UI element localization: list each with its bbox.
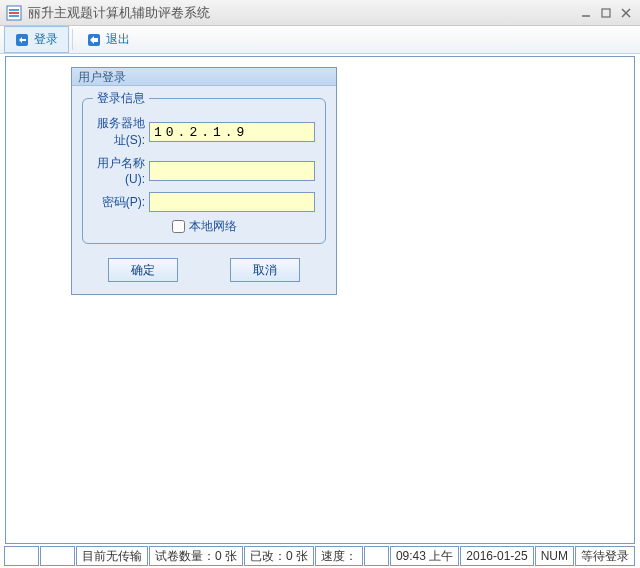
- toolbar-exit-button[interactable]: 退出: [76, 26, 141, 53]
- ok-button[interactable]: 确定: [108, 258, 178, 282]
- local-network-label[interactable]: 本地网络: [172, 218, 237, 235]
- username-input[interactable]: [149, 161, 315, 181]
- local-network-text: 本地网络: [189, 218, 237, 235]
- dialog-buttons: 确定 取消: [82, 258, 326, 282]
- local-network-row: 本地网络: [93, 218, 315, 235]
- toolbar-login-label: 登录: [34, 31, 58, 48]
- close-button[interactable]: [616, 5, 636, 21]
- login-dialog: 用户登录 登录信息 服务器地址(S): 用户名称(U): 密码(P):: [71, 67, 337, 295]
- title-bar: 丽升主观题计算机辅助评卷系统: [0, 0, 640, 26]
- toolbar-exit-label: 退出: [106, 31, 130, 48]
- username-row: 用户名称(U):: [93, 155, 315, 186]
- exit-icon: [87, 33, 101, 47]
- login-info-group: 登录信息 服务器地址(S): 用户名称(U): 密码(P): 本地网络: [82, 98, 326, 244]
- status-bar: 目前无传输 试卷数量：0 张 已改：0 张 速度： 09:43 上午 2016-…: [0, 546, 640, 568]
- dialog-title: 用户登录: [72, 68, 336, 86]
- dialog-body: 登录信息 服务器地址(S): 用户名称(U): 密码(P): 本地网络: [72, 86, 336, 294]
- status-count: 试卷数量：0 张: [149, 546, 243, 566]
- toolbar-login-button[interactable]: 登录: [4, 26, 69, 53]
- status-pad-1: [4, 546, 39, 566]
- svg-rect-2: [602, 9, 610, 17]
- maximize-button[interactable]: [596, 5, 616, 21]
- status-transfer: 目前无传输: [76, 546, 148, 566]
- status-changed: 已改：0 张: [244, 546, 314, 566]
- client-area: 用户登录 登录信息 服务器地址(S): 用户名称(U): 密码(P):: [5, 56, 635, 544]
- username-label: 用户名称(U):: [93, 155, 149, 186]
- local-network-checkbox[interactable]: [172, 220, 185, 233]
- status-num: NUM: [535, 546, 574, 566]
- toolbar-separator: [72, 29, 73, 50]
- window-title: 丽升主观题计算机辅助评卷系统: [28, 4, 210, 22]
- server-input[interactable]: [149, 122, 315, 142]
- server-row: 服务器地址(S):: [93, 115, 315, 149]
- status-date: 2016-01-25: [460, 546, 533, 566]
- status-pad-2: [40, 546, 75, 566]
- password-row: 密码(P):: [93, 192, 315, 212]
- cancel-button[interactable]: 取消: [230, 258, 300, 282]
- status-time: 09:43 上午: [390, 546, 459, 566]
- status-speed: 速度：: [315, 546, 363, 566]
- login-icon: [15, 33, 29, 47]
- status-flex: [364, 546, 389, 566]
- minimize-button[interactable]: [576, 5, 596, 21]
- toolbar: 登录 退出: [0, 26, 640, 54]
- server-label: 服务器地址(S):: [93, 115, 149, 149]
- app-icon: [6, 5, 22, 21]
- window-controls: [576, 5, 636, 21]
- password-input[interactable]: [149, 192, 315, 212]
- status-wait: 等待登录: [575, 546, 635, 566]
- group-legend: 登录信息: [93, 90, 149, 107]
- password-label: 密码(P):: [93, 194, 149, 211]
